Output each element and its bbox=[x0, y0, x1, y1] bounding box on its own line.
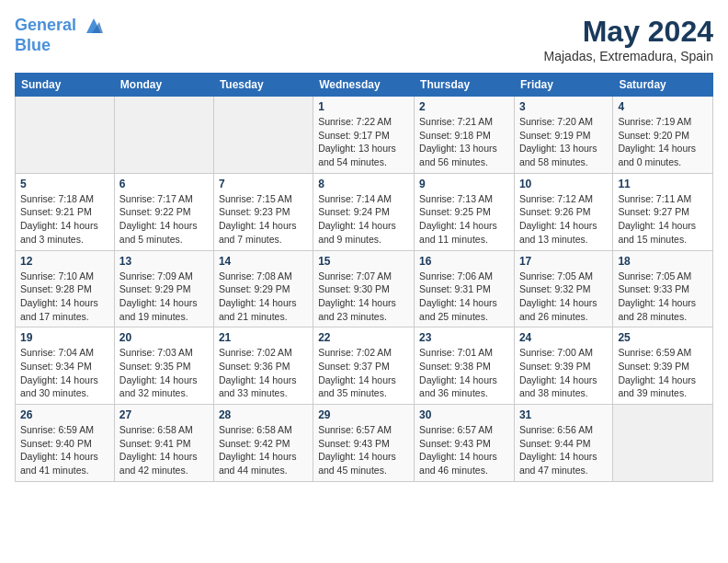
calendar-table: SundayMondayTuesdayWednesdayThursdayFrid… bbox=[15, 73, 713, 482]
calendar-cell: 29Sunrise: 6:57 AMSunset: 9:43 PMDayligh… bbox=[313, 405, 415, 482]
day-number: 3 bbox=[519, 100, 608, 113]
day-number: 16 bbox=[419, 255, 509, 268]
day-number: 7 bbox=[219, 178, 308, 190]
calendar-cell: 25Sunrise: 6:59 AMSunset: 9:39 PMDayligh… bbox=[613, 327, 713, 405]
day-info: Sunrise: 6:58 AMSunset: 9:42 PMDaylight:… bbox=[219, 423, 308, 477]
col-header-monday: Monday bbox=[114, 74, 213, 97]
day-number: 23 bbox=[419, 331, 509, 344]
day-info: Sunrise: 6:57 AMSunset: 9:43 PMDaylight:… bbox=[318, 423, 409, 477]
logo-text: General Blue bbox=[15, 15, 105, 55]
day-number: 28 bbox=[219, 408, 308, 421]
calendar-cell: 31Sunrise: 6:56 AMSunset: 9:44 PMDayligh… bbox=[514, 405, 612, 482]
day-number: 6 bbox=[119, 178, 209, 190]
location: Majadas, Extremadura, Spain bbox=[544, 49, 713, 63]
calendar-cell: 21Sunrise: 7:02 AMSunset: 9:36 PMDayligh… bbox=[213, 327, 313, 405]
day-info: Sunrise: 7:21 AMSunset: 9:18 PMDaylight:… bbox=[419, 115, 509, 169]
day-number: 29 bbox=[318, 408, 409, 421]
day-info: Sunrise: 7:07 AMSunset: 9:30 PMDaylight:… bbox=[318, 270, 409, 324]
calendar-cell: 22Sunrise: 7:02 AMSunset: 9:37 PMDayligh… bbox=[313, 327, 415, 405]
day-info: Sunrise: 7:05 AMSunset: 9:33 PMDaylight:… bbox=[618, 270, 708, 324]
calendar-cell bbox=[613, 405, 713, 482]
day-info: Sunrise: 6:58 AMSunset: 9:41 PMDaylight:… bbox=[119, 423, 209, 477]
day-info: Sunrise: 7:18 AMSunset: 9:21 PMDaylight:… bbox=[20, 192, 109, 247]
day-number: 9 bbox=[419, 178, 509, 190]
calendar-cell: 16Sunrise: 7:06 AMSunset: 9:31 PMDayligh… bbox=[415, 250, 515, 327]
day-info: Sunrise: 6:57 AMSunset: 9:43 PMDaylight:… bbox=[419, 423, 509, 477]
calendar-cell: 4Sunrise: 7:19 AMSunset: 9:20 PMDaylight… bbox=[613, 97, 713, 174]
calendar-cell: 14Sunrise: 7:08 AMSunset: 9:29 PMDayligh… bbox=[213, 250, 313, 327]
day-number: 27 bbox=[119, 408, 209, 421]
day-info: Sunrise: 7:19 AMSunset: 9:20 PMDaylight:… bbox=[618, 115, 708, 169]
day-number: 10 bbox=[519, 178, 608, 190]
day-number: 20 bbox=[119, 331, 209, 344]
day-info: Sunrise: 7:15 AMSunset: 9:23 PMDaylight:… bbox=[219, 192, 308, 247]
day-info: Sunrise: 7:04 AMSunset: 9:34 PMDaylight:… bbox=[20, 346, 109, 400]
calendar-cell: 30Sunrise: 6:57 AMSunset: 9:43 PMDayligh… bbox=[415, 405, 515, 482]
calendar-cell: 23Sunrise: 7:01 AMSunset: 9:38 PMDayligh… bbox=[415, 327, 515, 405]
day-info: Sunrise: 7:20 AMSunset: 9:19 PMDaylight:… bbox=[519, 115, 608, 169]
month-title: May 2024 bbox=[544, 15, 713, 49]
day-number: 30 bbox=[419, 408, 509, 421]
calendar-cell: 17Sunrise: 7:05 AMSunset: 9:32 PMDayligh… bbox=[514, 250, 612, 327]
col-header-saturday: Saturday bbox=[613, 74, 713, 97]
day-number: 11 bbox=[618, 178, 708, 190]
calendar-header-row: SundayMondayTuesdayWednesdayThursdayFrid… bbox=[16, 74, 713, 97]
day-info: Sunrise: 7:08 AMSunset: 9:29 PMDaylight:… bbox=[219, 270, 308, 324]
page-header: General Blue May 2024 Majadas, Extremadu… bbox=[15, 15, 713, 63]
calendar-week-1: 1Sunrise: 7:22 AMSunset: 9:17 PMDaylight… bbox=[16, 97, 713, 174]
day-info: Sunrise: 6:56 AMSunset: 9:44 PMDaylight:… bbox=[519, 423, 608, 477]
calendar-week-2: 5Sunrise: 7:18 AMSunset: 9:21 PMDaylight… bbox=[16, 173, 713, 250]
calendar-cell: 3Sunrise: 7:20 AMSunset: 9:19 PMDaylight… bbox=[514, 97, 612, 174]
day-number: 4 bbox=[618, 100, 708, 113]
calendar-cell: 27Sunrise: 6:58 AMSunset: 9:41 PMDayligh… bbox=[114, 405, 213, 482]
day-info: Sunrise: 7:02 AMSunset: 9:36 PMDaylight:… bbox=[219, 346, 308, 400]
calendar-cell: 8Sunrise: 7:14 AMSunset: 9:24 PMDaylight… bbox=[313, 173, 415, 250]
calendar-cell: 9Sunrise: 7:13 AMSunset: 9:25 PMDaylight… bbox=[415, 173, 515, 250]
calendar-cell: 11Sunrise: 7:11 AMSunset: 9:27 PMDayligh… bbox=[613, 173, 713, 250]
calendar-cell: 6Sunrise: 7:17 AMSunset: 9:22 PMDaylight… bbox=[114, 173, 213, 250]
day-number: 19 bbox=[20, 331, 109, 344]
day-number: 2 bbox=[419, 100, 509, 113]
calendar-cell bbox=[16, 97, 115, 174]
day-number: 5 bbox=[20, 178, 109, 190]
calendar-cell: 19Sunrise: 7:04 AMSunset: 9:34 PMDayligh… bbox=[16, 327, 115, 405]
day-number: 8 bbox=[318, 178, 409, 190]
calendar-cell: 2Sunrise: 7:21 AMSunset: 9:18 PMDaylight… bbox=[415, 97, 515, 174]
title-block: May 2024 Majadas, Extremadura, Spain bbox=[544, 15, 713, 63]
day-info: Sunrise: 7:00 AMSunset: 9:39 PMDaylight:… bbox=[519, 346, 608, 400]
calendar-week-3: 12Sunrise: 7:10 AMSunset: 9:28 PMDayligh… bbox=[16, 250, 713, 327]
calendar-cell: 20Sunrise: 7:03 AMSunset: 9:35 PMDayligh… bbox=[114, 327, 213, 405]
day-number: 15 bbox=[318, 255, 409, 268]
day-info: Sunrise: 7:11 AMSunset: 9:27 PMDaylight:… bbox=[618, 192, 708, 247]
calendar-cell: 1Sunrise: 7:22 AMSunset: 9:17 PMDaylight… bbox=[313, 97, 415, 174]
day-info: Sunrise: 7:09 AMSunset: 9:29 PMDaylight:… bbox=[119, 270, 209, 324]
day-info: Sunrise: 7:12 AMSunset: 9:26 PMDaylight:… bbox=[519, 192, 608, 247]
calendar-cell: 24Sunrise: 7:00 AMSunset: 9:39 PMDayligh… bbox=[514, 327, 612, 405]
calendar-cell: 5Sunrise: 7:18 AMSunset: 9:21 PMDaylight… bbox=[16, 173, 115, 250]
day-number: 13 bbox=[119, 255, 209, 268]
col-header-wednesday: Wednesday bbox=[313, 74, 415, 97]
calendar-cell: 10Sunrise: 7:12 AMSunset: 9:26 PMDayligh… bbox=[514, 173, 612, 250]
calendar-week-5: 26Sunrise: 6:59 AMSunset: 9:40 PMDayligh… bbox=[16, 405, 713, 482]
calendar-cell: 13Sunrise: 7:09 AMSunset: 9:29 PMDayligh… bbox=[114, 250, 213, 327]
calendar-cell: 7Sunrise: 7:15 AMSunset: 9:23 PMDaylight… bbox=[213, 173, 313, 250]
day-number: 22 bbox=[318, 331, 409, 344]
day-info: Sunrise: 7:14 AMSunset: 9:24 PMDaylight:… bbox=[318, 192, 409, 247]
day-info: Sunrise: 7:06 AMSunset: 9:31 PMDaylight:… bbox=[419, 270, 509, 324]
day-number: 24 bbox=[519, 331, 608, 344]
day-number: 18 bbox=[618, 255, 708, 268]
calendar-cell: 18Sunrise: 7:05 AMSunset: 9:33 PMDayligh… bbox=[613, 250, 713, 327]
day-info: Sunrise: 7:02 AMSunset: 9:37 PMDaylight:… bbox=[318, 346, 409, 400]
day-number: 14 bbox=[219, 255, 308, 268]
day-info: Sunrise: 7:22 AMSunset: 9:17 PMDaylight:… bbox=[318, 115, 409, 169]
calendar-cell bbox=[213, 97, 313, 174]
day-info: Sunrise: 7:01 AMSunset: 9:38 PMDaylight:… bbox=[419, 346, 509, 400]
day-number: 21 bbox=[219, 331, 308, 344]
calendar-cell bbox=[114, 97, 213, 174]
day-info: Sunrise: 6:59 AMSunset: 9:40 PMDaylight:… bbox=[20, 423, 109, 477]
day-info: Sunrise: 7:03 AMSunset: 9:35 PMDaylight:… bbox=[119, 346, 209, 400]
calendar-cell: 15Sunrise: 7:07 AMSunset: 9:30 PMDayligh… bbox=[313, 250, 415, 327]
logo-icon bbox=[83, 15, 105, 37]
day-number: 31 bbox=[519, 408, 608, 421]
day-info: Sunrise: 6:59 AMSunset: 9:39 PMDaylight:… bbox=[618, 346, 708, 400]
